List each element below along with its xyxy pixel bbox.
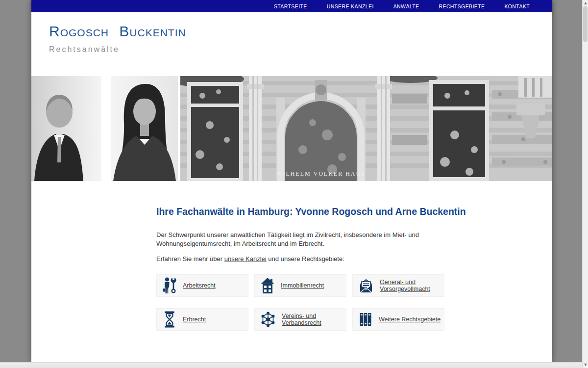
tile-arbeitsrecht[interactable]: Arbeitsrecht [156, 274, 248, 297]
page: STARTSEITE UNSERE KANZLEI ANWÄLTE RECHTS… [31, 0, 552, 362]
people-network-icon [261, 311, 275, 328]
house-icon [261, 277, 274, 294]
brand-logo[interactable]: Rogosch Buckentin Rechtsanwälte [49, 23, 186, 54]
tile-generalvollmacht[interactable]: General- und Vorsorgevollmacht [352, 274, 444, 297]
tile-label[interactable]: Weitere Rechtsgebiete [379, 316, 441, 323]
hourglass-icon [163, 311, 176, 328]
more-paragraph: Erfahren Sie mehr über unsere Kanzlei un… [156, 255, 446, 263]
more-suffix: und unsere Rechtsgebiete: [267, 255, 344, 263]
tile-label[interactable]: Vereins- und Verbandsrecht [282, 313, 346, 326]
building-inscription: WILHELM VÖLKER HAUS [276, 170, 366, 177]
nav-item-unsere-kanzlei[interactable]: UNSERE KANZLEI [327, 3, 374, 9]
tile-label[interactable]: Immobilienrecht [281, 282, 324, 289]
kanzlei-building-photo: WILHELM VÖLKER HAUS [180, 76, 552, 181]
nav-item-kontakt[interactable]: KONTAKT [504, 3, 530, 9]
tile-label[interactable]: General- und Vorsorgevollmacht [380, 279, 444, 292]
rechtsgebiete-tiles: Arbeitsrecht Immobilienr [156, 274, 552, 331]
brand-name[interactable]: Rogosch Buckentin [49, 23, 186, 40]
main-content: Ihre Fachanwälte in Hamburg: Yvonne Rogo… [31, 181, 552, 331]
scroll-down-arrow-icon[interactable] [584, 364, 587, 366]
portrait-woman-illustration [111, 76, 178, 181]
photo-banner: WILHELM VÖLKER HAUS [31, 76, 552, 181]
tile-vereinsrecht[interactable]: Vereins- und Verbandsrecht [254, 308, 346, 331]
open-envelope-icon [359, 277, 373, 294]
nav-item-startseite[interactable]: STARTSEITE [274, 3, 307, 9]
tile-weitere-rechtsgebiete[interactable]: Weitere Rechtsgebiete [352, 308, 444, 331]
top-navigation: STARTSEITE UNSERE KANZLEI ANWÄLTE RECHTS… [31, 0, 552, 12]
site-header: Rogosch Buckentin Rechtsanwälte [31, 12, 552, 76]
page-title: Ihre Fachanwälte in Hamburg: Yvonne Rogo… [156, 181, 552, 217]
tile-erbrecht[interactable]: Erbrecht [156, 308, 248, 331]
nav-item-rechtsgebiete[interactable]: RECHTSGEBIETE [439, 3, 485, 9]
tile-label[interactable]: Erbrecht [183, 316, 206, 323]
vertical-scrollbar-thumb[interactable] [583, 6, 588, 42]
unsere-kanzlei-link[interactable]: unsere Kanzlei [224, 255, 267, 263]
horizontal-scrollbar[interactable] [0, 362, 582, 368]
more-prefix: Erfahren Sie mehr über [156, 255, 224, 263]
brand-tagline: Rechtsanwälte [49, 45, 186, 54]
ring-binders-icon [359, 311, 372, 328]
portrait-man-illustration [31, 76, 101, 181]
scroll-up-arrow-icon[interactable] [584, 2, 587, 4]
tile-label[interactable]: Arbeitsrecht [183, 282, 216, 289]
intro-paragraph: Der Schwerpunkt unserer anwaltlichen Tät… [156, 231, 446, 248]
kanzlei-building-illustration: WILHELM VÖLKER HAUS [180, 76, 552, 181]
vertical-scrollbar[interactable] [582, 0, 588, 368]
portrait-woman-photo [111, 76, 178, 181]
tile-immobilienrecht[interactable]: Immobilienrecht [254, 274, 346, 297]
portrait-man-photo [31, 76, 101, 181]
worker-wrench-icon [163, 277, 176, 294]
nav-item-anwaelte[interactable]: ANWÄLTE [393, 3, 419, 9]
